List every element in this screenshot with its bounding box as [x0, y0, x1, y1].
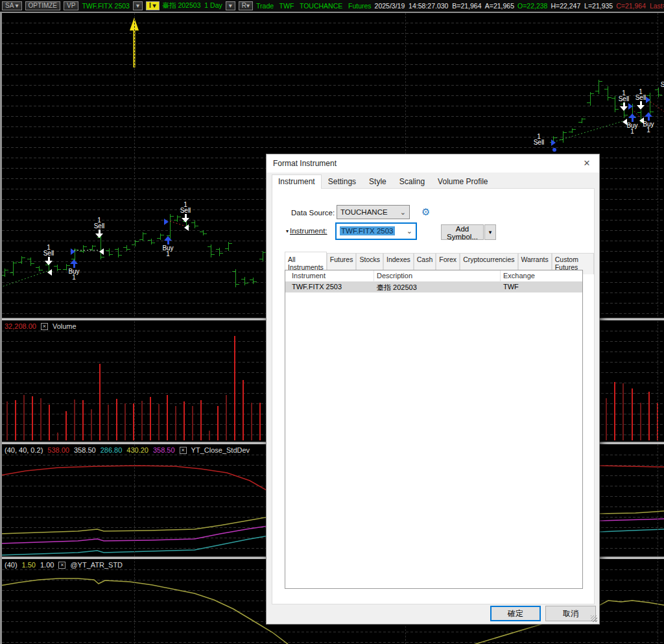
- volume-bar: [57, 433, 58, 440]
- quote-segment-2: H=22,247 L=21,935: [551, 2, 613, 10]
- column-header-exchange[interactable]: Exchange: [503, 272, 535, 280]
- volume-bar: [32, 396, 33, 440]
- instrument-label[interactable]: ▾Instrument:: [286, 227, 327, 235]
- volume-bar: [150, 397, 151, 440]
- cell-exchange: TWF: [503, 283, 519, 291]
- volume-bar: [167, 395, 168, 440]
- sell-marker-label: 1Sell: [88, 217, 111, 229]
- volume-bar: [251, 403, 252, 440]
- volume-bar: [184, 401, 185, 440]
- optimze-button[interactable]: OPTIMZE: [25, 1, 60, 10]
- data-source-combobox[interactable]: TOUCHANCE ⌄: [337, 205, 410, 219]
- instrument-list: InstrumentDescriptionExchange TWF.FITX 2…: [285, 270, 583, 589]
- volume-bar: [640, 403, 641, 440]
- atr-text-2: 1.00: [40, 561, 54, 569]
- toolbar: SA ▾OPTIMZEVPTWF.FITX 2503▾I ▾臺指 202503 …: [0, 0, 664, 12]
- volume-bar: [82, 400, 84, 440]
- buy-marker-label: Buy1: [62, 268, 86, 280]
- add-symbol-dropdown[interactable]: ▾: [484, 224, 496, 240]
- trading-app-window: SA ▾OPTIMZEVPTWF.FITX 2503▾I ▾臺指 202503 …: [0, 0, 664, 644]
- volume-bar: [226, 395, 227, 440]
- atr-checkbox-icon[interactable]: ×: [58, 562, 65, 569]
- chevron-down-icon: ⌄: [407, 224, 412, 239]
- dialog-tab-strip: InstrumentSettingsStyleScalingVolume Pro…: [272, 174, 494, 189]
- symbol-dropdown[interactable]: ▾: [133, 1, 143, 10]
- column-header-description[interactable]: Description: [377, 272, 412, 280]
- vp-button[interactable]: VP: [64, 1, 78, 10]
- volume-bar: [15, 400, 16, 440]
- resize-grip[interactable]: [591, 615, 597, 622]
- instrument-row[interactable]: TWF.FITX 2503臺指 202503TWF: [285, 282, 582, 292]
- volume-bar: [65, 411, 67, 440]
- stddev-text-5: 358.50: [153, 446, 175, 454]
- tab-settings[interactable]: Settings: [322, 174, 362, 189]
- volume-bar: [74, 400, 75, 440]
- stddev-text-4: 430.20: [126, 446, 148, 454]
- quote-segment-1: O=22,238: [517, 2, 547, 10]
- tab-instrument[interactable]: Instrument: [272, 174, 322, 189]
- close-icon[interactable]: ✕: [578, 158, 595, 169]
- buy-arrow-icon: [70, 259, 78, 268]
- exit-triangle-icon: [639, 117, 644, 124]
- volume-checkbox-icon[interactable]: ×: [41, 323, 48, 330]
- volume-bar: [158, 404, 160, 440]
- buy-marker-label: Buy1: [156, 245, 180, 257]
- symbol-label: TWF.FITX 2503: [82, 2, 130, 10]
- gear-icon[interactable]: ⚙: [421, 206, 430, 218]
- trade-connector-line: [0, 270, 49, 287]
- exit-triangle-icon: [47, 269, 52, 276]
- ok-button[interactable]: 確定: [490, 606, 541, 621]
- tab-scaling[interactable]: Scaling: [393, 174, 431, 189]
- volume-bar: [91, 409, 92, 440]
- sell-marker-label: 1Sell: [527, 134, 551, 145]
- atr-text-4: @YT_ATR_STD: [70, 561, 123, 569]
- sell-marker-label: 1Sell: [37, 244, 60, 256]
- volume-bar: [648, 392, 650, 440]
- volume-bar: [124, 403, 126, 440]
- cancel-button[interactable]: 取消: [545, 606, 596, 621]
- sell-arrow-icon: [95, 230, 103, 238]
- sa-button[interactable]: SA ▾: [2, 1, 22, 10]
- column-divider: [374, 270, 374, 282]
- interval-button[interactable]: I ▾: [146, 1, 160, 10]
- volume-text-0: 32,208.00: [5, 322, 36, 330]
- add-symbol-button[interactable]: Add Symbol...: [441, 224, 484, 240]
- volume-bar: [116, 399, 117, 440]
- volume-bar: [108, 405, 109, 440]
- tab-style[interactable]: Style: [362, 174, 393, 189]
- exit-triangle-icon: [99, 248, 104, 255]
- volume-pane-header: 32,208.00×Volume: [5, 322, 77, 330]
- r-button[interactable]: R▾: [239, 1, 253, 10]
- chevron-down-icon: ⌄: [400, 206, 406, 219]
- interval-dropdown[interactable]: ▾: [226, 1, 235, 10]
- volume-bar: [49, 405, 50, 440]
- stddev-text-0: (40, 40, 0.2): [5, 446, 43, 454]
- buy-arrow-icon: [645, 112, 652, 121]
- chart-frame-left: [0, 12, 2, 644]
- column-header-instrument[interactable]: Instrument: [292, 272, 326, 280]
- cell-instrument: TWF.FITX 2503: [292, 283, 342, 291]
- atr-text-1: 1.50: [22, 561, 36, 569]
- buy-arrow-icon: [628, 113, 636, 122]
- volume-bar: [622, 383, 624, 440]
- dialog-titlebar[interactable]: Format Instrument ✕: [267, 154, 599, 173]
- trade-label: Trade TWF TOUCHANCE Futures: [256, 2, 372, 10]
- entry-triangle-icon: [71, 248, 75, 255]
- triangle-down-icon: ▾: [286, 228, 289, 234]
- stddev-text-7: YT_Close_StdDev: [191, 446, 250, 454]
- volume-bar: [192, 406, 193, 440]
- stddev-text-3: 286.80: [101, 446, 123, 454]
- instrument-combobox[interactable]: TWF.FITX 2503 ⌄: [336, 223, 416, 239]
- stddev-checkbox-icon[interactable]: ×: [180, 447, 187, 454]
- sell-arrow-icon: [637, 101, 645, 110]
- trade-connector-line: [553, 121, 622, 142]
- sell-arrow-icon: [182, 214, 189, 222]
- data-source-value: TOUCHANCE: [340, 208, 388, 216]
- grid-vline: [134, 13, 135, 644]
- exit-triangle-icon: [622, 119, 627, 125]
- quote-segment-0: 2025/3/19 14:58:27.030 B=21,964 A=21,965: [375, 2, 514, 10]
- dialog-title: Format Instrument: [273, 159, 337, 168]
- tab-volume-profile[interactable]: Volume Profile: [431, 174, 494, 189]
- format-instrument-dialog: Format Instrument ✕ InstrumentSettingsSt…: [266, 154, 600, 625]
- volume-bar: [632, 388, 633, 440]
